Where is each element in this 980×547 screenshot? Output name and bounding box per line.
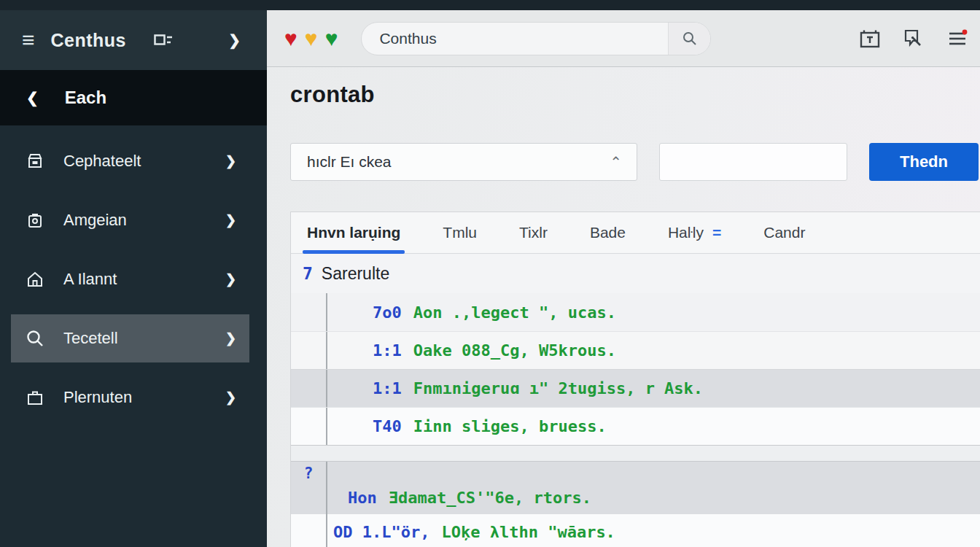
chevron-up-icon: ⌃ [610,153,622,171]
tab-label: Hnvn larụing [307,224,400,241]
address-search-bar[interactable] [361,22,711,55]
search-icon[interactable] [668,23,710,55]
back-label: Each [65,88,106,108]
search-input[interactable] [362,30,668,47]
chevron-right-icon: ❯ [225,212,236,228]
sidebar-item-amgeian[interactable]: Amgeian ❯ [11,196,249,244]
status-hearts: ♥ ♥ ♥ [284,28,338,50]
code-line[interactable]: T40 Iinn sliges, bruess. [291,407,980,445]
controls-row: hıclr Eı ckea ⌃ Thedn [290,143,980,181]
main-area: ♥ ♥ ♥ [267,10,980,547]
sidebar-item-cephateelt[interactable]: Cephateelt ❯ [11,137,249,185]
block-line-number: ? [304,465,314,482]
hamburger-icon[interactable]: ≡ [22,29,35,51]
top-bezel-strip [0,0,980,10]
sidebar-item-a-ilannt[interactable]: A Ilannt ❯ [11,255,249,303]
tab-hnvn-laruing[interactable]: Hnvn larụing [307,212,400,253]
line-prefix: T40 [373,417,402,435]
sidebar-nav: Cephateelt ❯ Amgeian ❯ [0,125,267,432]
code-line[interactable]: OD 1.L"ör, LOķe λlthn "wāars. [291,514,980,547]
code-block-header: 7 Sarerulte [291,254,980,293]
chevron-right-icon: ❯ [225,271,236,287]
block-line-number: 7 [303,264,313,283]
sidebar-expand-chevron-icon[interactable]: ❯ [228,31,241,49]
layout-icon[interactable] [154,34,173,47]
sidebar-back-row[interactable]: ❮ Each [0,70,267,125]
sidebar-item-plernuten[interactable]: Plernuten ❯ [11,373,249,422]
gutter-cell: ? [291,462,327,481]
archive-icon [26,152,44,171]
code-line[interactable]: 1:1 Oake 088_Cg, W5krous. [291,331,980,369]
line-text: Ǝdamat_CS'"6e, rtors. [389,489,591,507]
line-prefix: OD 1.L"ör, [333,523,429,541]
filter-select-value: hıclr Eı ckea [307,153,392,171]
submit-button[interactable]: Thedn [869,143,979,181]
lock-icon [26,211,44,230]
tab-label: Candr [763,224,805,241]
tab-label: Bade [590,224,626,241]
tab-label: Haŀly [668,224,704,241]
chevron-right-icon: ❯ [225,389,236,406]
yellow-heart-icon: ♥ [305,28,318,50]
tab-tixlr[interactable]: Tixlr [519,212,548,253]
sidebar-item-label: A Ilannt [63,270,117,289]
chevron-right-icon: ❯ [225,330,236,346]
gutter-cell [291,481,327,514]
sidebar-item-label: Amgeian [63,211,127,230]
line-text: Aon .,legect ", ucas. [413,303,616,322]
line-text: Fnmınigeruɑ ı" 2tugiss, r Ask. [413,379,703,397]
tab-label: Tixlr [519,224,548,241]
line-prefix: 1:1 [373,379,402,397]
code-line-highlighted[interactable]: 1:1 Fnmınigeruɑ ı" 2tugiss, r Ask. [291,369,980,407]
sidebar: ≡ Centhus ❯ ❮ Each [0,10,267,547]
code-line[interactable]: 7o0 Aon .,legect ", ucas. [291,293,980,331]
block-separator [291,445,980,462]
chevron-left-icon: ❮ [26,89,39,106]
gutter-cell [291,332,327,369]
tab-candr[interactable]: Candr [763,212,805,253]
sidebar-header: ≡ Centhus ❯ [0,10,267,70]
page-content: crontab hıclr Eı ckea ⌃ Thedn Hnvn larụi… [267,67,980,547]
tab-label: Tmlu [443,224,477,241]
line-prefix: Hon [348,489,377,507]
tab-hally[interactable]: Haŀly = [668,212,721,253]
code-block-highlight-band: ? Hon Ǝdamat_CS'"6e, rtors. [291,462,980,514]
green-heart-icon: ♥ [325,28,338,50]
gutter-cell [291,514,327,547]
brand-title: Centhus [51,30,127,51]
search-icon [26,329,44,348]
code-line[interactable]: ? [291,462,980,481]
tab-badge: = [712,224,721,241]
gutter-cell [291,293,327,331]
sidebar-item-tecetell[interactable]: Tecetell ❯ [11,314,249,362]
page-title: crontab [290,82,980,108]
home-icon [26,270,44,289]
block-title: Sarerulte [322,264,389,284]
sidebar-item-label: Tecetell [63,329,118,348]
edit-document-icon[interactable] [903,28,925,50]
line-text: Oake 088_Cg, W5krous. [413,341,616,360]
topbar: ♥ ♥ ♥ [267,10,980,67]
results-panel: Hnvn larụing Tmlu Tixlr Bade Haŀly [290,212,980,547]
gutter-cell [291,370,327,407]
line-text: Iinn sliges, bruess. [413,417,607,435]
topbar-actions [859,28,973,50]
red-heart-icon: ♥ [284,28,298,50]
line-prefix: 1:1 [373,341,402,360]
tab-bade[interactable]: Bade [590,212,626,253]
menu-notifications-icon[interactable] [946,28,968,50]
gutter-cell [291,408,327,445]
screen: ≡ Centhus ❯ ❮ Each [0,0,980,547]
tab-bar: Hnvn larụing Tmlu Tixlr Bade Haŀly [291,212,980,254]
briefcase-icon [26,388,44,407]
text-box-icon[interactable] [859,28,881,50]
line-prefix: 7o0 [373,303,402,322]
sidebar-item-label: Cephateelt [63,152,141,171]
chevron-right-icon: ❯ [225,153,236,169]
code-line-highlighted[interactable]: Hon Ǝdamat_CS'"6e, rtors. [291,481,980,514]
filter-select[interactable]: hıclr Eı ckea ⌃ [290,143,637,181]
sidebar-item-label: Plernuten [63,388,132,407]
code-view[interactable]: 7 Sarerulte 7o0 Aon .,legect ", ucas. [291,254,980,547]
tab-tmlu[interactable]: Tmlu [443,212,477,253]
value-input[interactable] [659,143,847,181]
